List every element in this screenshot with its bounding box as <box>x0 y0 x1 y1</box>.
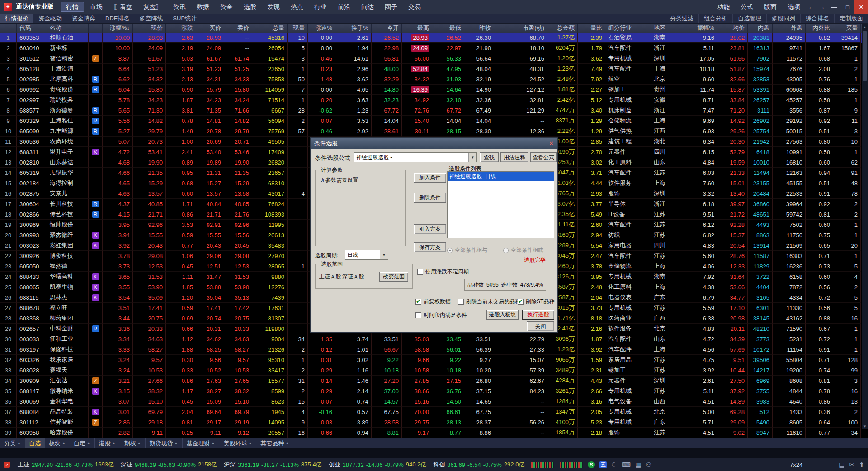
usage-note-button[interactable]: 用法注释 <box>500 152 528 162</box>
page-tab[interactable]: 期货现货▲ <box>146 438 183 448</box>
menu-item[interactable]: 市场 <box>85 2 108 12</box>
checkbox-forward-adjusted[interactable]: 前复权数据 <box>415 298 451 306</box>
popup-arrow-icon[interactable]: ▲ <box>212 441 215 445</box>
column-header[interactable]: 买量 <box>833 24 861 33</box>
menu-item[interactable]: 复盘〗 <box>138 2 167 12</box>
column-header[interactable]: 总量 <box>252 24 288 33</box>
menu-item[interactable]: 行情 <box>61 2 84 12</box>
column-header[interactable]: 卖价 <box>224 24 252 33</box>
layout-grid-icon[interactable] <box>635 462 641 468</box>
popup-arrow-icon[interactable]: ▲ <box>285 441 289 445</box>
menu-item[interactable]: 行业 <box>309 2 332 12</box>
table-row[interactable]: 37688084晶品特装K3.0169.792.0469.6469.791945… <box>0 407 868 417</box>
page-tab[interactable]: 自选 <box>25 438 45 448</box>
menu-item[interactable]: 热点 <box>286 2 308 12</box>
period-combobox[interactable]: 日线 <box>345 250 388 260</box>
column-header[interactable]: 涨幅%↓ <box>103 24 133 33</box>
column-header[interactable]: 现价 <box>133 24 166 33</box>
table-row[interactable]: 9603329上海雅仕R5.5614.820.7814.8114.8256094… <box>0 116 868 126</box>
index-name[interactable]: 科创 <box>433 461 445 469</box>
menu-item[interactable]: 功能 <box>712 2 735 12</box>
change-range-button[interactable]: 改变范围 <box>379 272 408 282</box>
toolbar-tab[interactable]: SUP统计 <box>168 14 202 23</box>
chevron-down-icon[interactable] <box>380 250 388 259</box>
popup-arrow-icon[interactable]: ▲ <box>248 441 252 445</box>
add-condition-button[interactable]: 加入条件 <box>414 173 446 183</box>
column-header[interactable]: 最低 <box>432 24 464 33</box>
toolbar-tool[interactable]: 分类过滤 <box>665 14 698 23</box>
column-header[interactable]: 均价 <box>717 24 748 33</box>
hotkey-icon[interactable]: ↗ <box>4 462 10 468</box>
checkbox-exclude-st[interactable]: 剔除ST品种 <box>518 298 554 306</box>
menu-item[interactable]: 版面 <box>759 2 782 12</box>
column-header[interactable]: 现量 <box>288 24 308 33</box>
menu-item[interactable]: 资讯 <box>168 2 191 12</box>
scroll-up-icon[interactable]: ▲ <box>862 24 868 30</box>
table-row[interactable]: 10605090九丰能源R5.2729.791.4929.7829.797576… <box>0 126 868 137</box>
popup-arrow-icon[interactable]: ▲ <box>175 441 178 445</box>
save-plan-button[interactable]: 保存方案 <box>414 242 446 252</box>
message-icon[interactable] <box>839 462 844 468</box>
radio-all-and[interactable]: 全部条件相与 <box>447 246 487 254</box>
page-tab[interactable]: 美股环球▲ <box>219 438 256 448</box>
menu-item[interactable]: 圈子 <box>380 2 402 12</box>
dialog-minimize-icon[interactable] <box>539 140 544 147</box>
page-tab[interactable]: 基金理财▲ <box>183 438 220 448</box>
page-tab[interactable]: 分类▲ <box>0 438 25 448</box>
input-method-icon[interactable]: 五 <box>599 461 607 468</box>
column-header[interactable]: 外盘 <box>773 24 806 33</box>
popup-arrow-icon[interactable]: ▲ <box>17 441 21 445</box>
column-header[interactable]: 地区 <box>651 24 681 33</box>
close-dialog-button[interactable]: 关闭 <box>527 321 554 331</box>
table-row[interactable]: 3301512智信精密Z8.8761.675.0361.6761.7419474… <box>0 53 868 64</box>
view-formula-button[interactable]: 查看公式 <box>530 152 557 162</box>
column-header[interactable]: 总金额 <box>547 24 578 33</box>
page-tab[interactable]: 板块▲ <box>45 438 70 448</box>
dialog-close-icon[interactable] <box>549 140 554 147</box>
tdx-coin-icon[interactable]: S <box>588 461 595 468</box>
menu-item[interactable]: 资金 <box>215 2 238 12</box>
condition-list-item[interactable]: 神经过敏选股 日线 <box>448 172 554 181</box>
column-header[interactable]: 量比 <box>578 24 605 33</box>
table-row[interactable]: 32603326我乐家居3.249.570.309.569.579531010.… <box>0 355 868 365</box>
table-row[interactable]: 1603353和顺石油10.0028.932.6328.93--45316100… <box>0 33 868 43</box>
column-header[interactable]: 市盈(动) <box>494 24 547 33</box>
table-row[interactable]: 5002985北摩高科R6.6234.322.1334.3134.3375858… <box>0 74 868 85</box>
table-row[interactable]: 8688577浙海德曼R5.6571.303.8171.3571.6666672… <box>0 105 868 116</box>
index-name[interactable]: 创业 <box>329 461 340 469</box>
table-row[interactable]: 31603197保隆科技3.3358.271.8858.2558.2721326… <box>0 344 868 355</box>
table-row[interactable]: 36300069金利华电3.0715.100.4515.0915.1086231… <box>0 396 868 407</box>
toolbar-tab[interactable]: 资金博弈 <box>67 14 100 23</box>
column-header[interactable]: 昨收 <box>464 24 494 33</box>
menu-item[interactable]: 选股 <box>239 2 261 12</box>
column-header[interactable]: 代码 <box>17 24 47 33</box>
menu-item[interactable]: 公式 <box>736 2 758 12</box>
vertical-scrollbar[interactable]: ▲ ▼ <box>862 24 868 429</box>
menu-item[interactable]: 发现 <box>262 2 285 12</box>
column-header[interactable]: 今开 <box>372 24 402 33</box>
column-header[interactable]: 涨速% <box>308 24 335 33</box>
condition-listbox[interactable]: 神经过敏选股 日线 <box>447 171 554 238</box>
column-header[interactable]: 名称 <box>47 24 89 33</box>
column-header[interactable]: 内外比 <box>806 24 833 33</box>
column-header[interactable] <box>0 24 17 33</box>
select-to-block-button[interactable]: 选股入板块 <box>486 310 519 320</box>
close-icon[interactable]: ✕ <box>854 0 868 14</box>
radio-all-or[interactable]: 全部条件相或 <box>503 246 543 254</box>
keyboard-wizard-icon[interactable] <box>622 462 631 468</box>
column-header[interactable]: 换手% <box>335 24 372 33</box>
remove-condition-button[interactable]: 删除条件 <box>414 193 446 203</box>
popup-arrow-icon[interactable]: ▲ <box>87 441 90 445</box>
table-row[interactable]: 38301112信邦智能Z2.8629.180.8129.1729.191409… <box>0 417 868 428</box>
table-row[interactable]: 35688147微导纳米K3.1538.321.1738.2738.328599… <box>0 386 868 396</box>
column-header[interactable]: 细分行业 <box>605 24 651 33</box>
minimize-icon[interactable]: — <box>827 0 841 14</box>
dialog-titlebar[interactable]: 条件选股 <box>311 138 557 149</box>
table-row[interactable]: 2603040新坐标10.0024.092.1924.09--2605450.0… <box>0 43 868 53</box>
menu-item[interactable]: 前沿 <box>333 2 355 12</box>
column-header[interactable]: 振幅% <box>681 24 717 33</box>
nav-forward-icon[interactable]: → <box>816 0 827 14</box>
toolbar-tab[interactable]: DDE排名 <box>100 14 134 23</box>
toolbar-tool[interactable]: 组合分析 <box>698 14 732 23</box>
scroll-down-icon[interactable]: ▼ <box>862 423 868 429</box>
